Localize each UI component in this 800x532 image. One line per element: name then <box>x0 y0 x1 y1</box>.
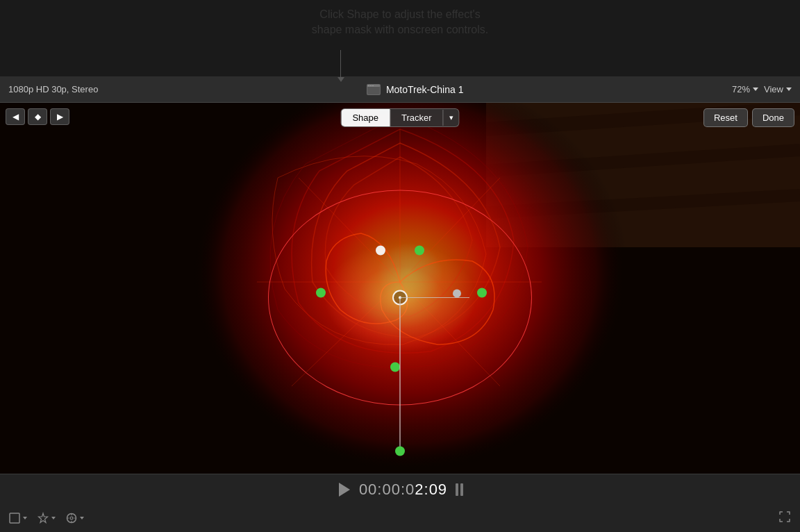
toggle-dropdown-button[interactable]: ▾ <box>443 110 459 126</box>
tooltip-line1: Click Shape to adjust the effect's <box>312 7 488 22</box>
action-buttons: Reset Done <box>703 108 794 127</box>
timecode: 00:00:02:09 <box>359 481 447 499</box>
tracker-line <box>399 298 401 451</box>
diamond-button[interactable]: ◆ <box>28 108 47 125</box>
tooltip-area: Click Shape to adjust the effect's shape… <box>0 0 800 76</box>
shape-tracker-toggle: Shape Tracker ▾ <box>340 108 459 127</box>
viewer: ◀ ◆ ▶ Shape Tracker ▾ Reset Done <box>0 103 800 474</box>
magic-icon <box>37 512 49 524</box>
clip-icon <box>367 84 381 95</box>
svg-line-9 <box>486 150 800 171</box>
svg-rect-2 <box>368 85 369 86</box>
bottom-tools <box>0 504 800 532</box>
svg-point-23 <box>70 517 73 519</box>
left-tools <box>8 512 84 524</box>
control-point-radius[interactable] <box>453 290 461 298</box>
zoom-chevron-icon <box>753 88 758 91</box>
meter-chevron-icon <box>80 517 84 519</box>
timecode-prefix: 00:00:0 <box>359 481 415 498</box>
view-chevron-icon <box>786 88 792 91</box>
play-icon <box>339 483 350 497</box>
zoom-level: 72% <box>732 84 750 94</box>
next-icon: ▶ <box>57 112 63 122</box>
magic-chevron-icon <box>51 517 56 519</box>
radius-line <box>400 297 469 298</box>
control-point-bottom[interactable] <box>390 363 400 372</box>
fullscreen-icon <box>778 510 792 524</box>
control-point-top[interactable] <box>415 246 424 256</box>
tracker-button[interactable]: Tracker <box>390 109 443 126</box>
timecode-main: 2:09 <box>415 481 447 498</box>
reset-button[interactable]: Reset <box>703 108 748 127</box>
shape-button[interactable]: Shape <box>341 109 390 126</box>
video-info: 1080p HD 30p, Stereo <box>8 84 98 94</box>
done-button[interactable]: Done <box>752 108 794 127</box>
pause-bar-left <box>456 483 458 496</box>
play-button[interactable] <box>337 483 351 497</box>
pause-button[interactable] <box>456 483 463 496</box>
toggle-chevron-icon: ▾ <box>449 113 453 122</box>
prev-keyframe-button[interactable]: ◀ <box>6 108 25 125</box>
svg-rect-3 <box>370 85 372 86</box>
crop-icon <box>8 512 21 524</box>
meter-icon <box>65 512 78 524</box>
svg-rect-4 <box>372 85 374 86</box>
tooltip-line2: shape mask with onscreen controls. <box>312 22 488 38</box>
crop-chevron-icon <box>23 517 27 519</box>
fullscreen-button[interactable] <box>778 510 792 526</box>
diamond-icon: ◆ <box>35 112 41 122</box>
svg-rect-20 <box>10 513 19 523</box>
control-point-right[interactable] <box>477 288 487 298</box>
next-keyframe-button[interactable]: ▶ <box>50 108 69 125</box>
meter-tool-button[interactable] <box>65 512 84 524</box>
svg-line-10 <box>486 195 800 213</box>
zoom-control[interactable]: 72% <box>732 84 758 94</box>
transport-bar: 00:00:02:09 <box>0 474 800 532</box>
clip-title-area: MotoTrek-China 1 <box>98 84 732 95</box>
shape-overlay <box>282 204 518 392</box>
top-bar-right: 72% View <box>732 84 792 94</box>
top-bar: 1080p HD 30p, Stereo MotoTrek-China 1 72… <box>0 76 800 103</box>
view-label: View <box>764 84 783 94</box>
pause-bar-right <box>460 483 463 496</box>
crop-tool-button[interactable] <box>8 512 27 524</box>
nav-controls: ◀ ◆ ▶ <box>6 108 69 125</box>
view-control[interactable]: View <box>764 84 792 94</box>
tracker-dot[interactable] <box>395 447 405 456</box>
magic-tool-button[interactable] <box>37 512 56 524</box>
svg-marker-21 <box>39 513 48 523</box>
prev-icon: ◀ <box>12 112 19 122</box>
clip-title: MotoTrek-China 1 <box>386 84 464 95</box>
tooltip-arrow <box>340 50 341 78</box>
playback-controls: 00:00:02:09 <box>0 474 800 504</box>
control-point-left[interactable] <box>316 288 326 298</box>
control-point-white[interactable] <box>376 246 385 256</box>
